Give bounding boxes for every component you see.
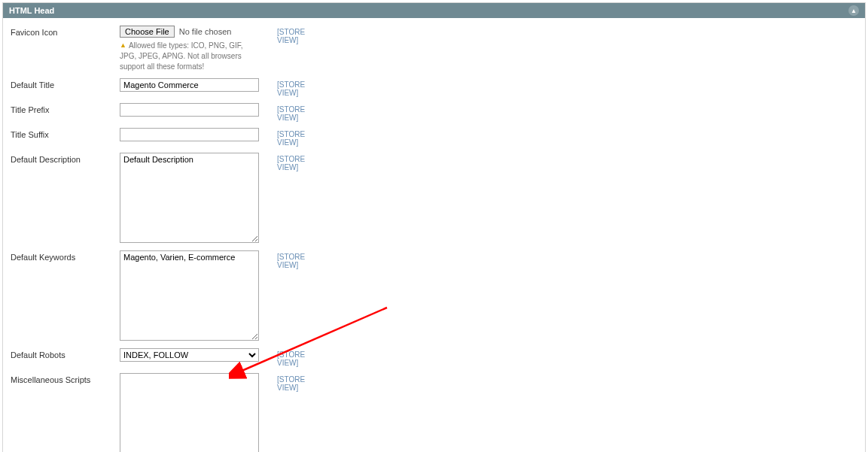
scope-title-prefix: [STORE VIEW]: [266, 103, 327, 122]
label-title-prefix: Title Prefix: [11, 103, 120, 114]
scope-default-robots: [STORE VIEW]: [266, 348, 327, 367]
misc-scripts-textarea[interactable]: [120, 373, 259, 452]
default-robots-select[interactable]: INDEX, FOLLOW: [120, 348, 259, 362]
scope-misc-scripts: [STORE VIEW]: [266, 373, 327, 392]
default-keywords-textarea[interactable]: [120, 250, 259, 341]
row-default-title: Default Title [STORE VIEW]: [11, 78, 857, 97]
html-head-panel: HTML Head ▲ Favicon Icon Choose File No …: [2, 2, 866, 452]
default-title-input[interactable]: [120, 78, 259, 92]
choose-file-button[interactable]: Choose File: [120, 26, 175, 38]
scope-default-description: [STORE VIEW]: [266, 153, 327, 171]
row-default-description: Default Description [STORE VIEW]: [11, 153, 857, 244]
title-suffix-input[interactable]: [120, 128, 259, 141]
label-default-keywords: Default Keywords: [11, 250, 120, 262]
favicon-hint: ▲Allowed file types: ICO, PNG, GIF, JPG,…: [120, 41, 259, 72]
scope-favicon: [STORE VIEW]: [266, 26, 327, 44]
row-default-keywords: Default Keywords [STORE VIEW]: [11, 250, 857, 342]
label-title-suffix: Title Suffix: [11, 128, 120, 139]
row-default-robots: Default Robots INDEX, FOLLOW [STORE VIEW…: [11, 348, 857, 367]
default-description-textarea[interactable]: [120, 153, 259, 243]
label-favicon: Favicon Icon: [11, 26, 120, 37]
row-title-suffix: Title Suffix [STORE VIEW]: [11, 128, 857, 147]
label-misc-scripts: Miscellaneous Scripts: [11, 373, 120, 384]
scope-title-suffix: [STORE VIEW]: [266, 128, 327, 147]
row-title-prefix: Title Prefix [STORE VIEW]: [11, 103, 857, 122]
row-favicon: Favicon Icon Choose File No file chosen …: [11, 26, 857, 72]
row-misc-scripts: Miscellaneous Scripts ▲This will be incl…: [11, 373, 857, 452]
panel-header: HTML Head ▲: [3, 3, 865, 18]
scope-default-title: [STORE VIEW]: [266, 78, 327, 97]
label-default-robots: Default Robots: [11, 348, 120, 359]
label-default-title: Default Title: [11, 78, 120, 89]
panel-title: HTML Head: [9, 6, 54, 15]
title-prefix-input[interactable]: [120, 103, 259, 117]
file-status: No file chosen: [179, 27, 232, 36]
collapse-icon[interactable]: ▲: [848, 5, 859, 16]
scope-default-keywords: [STORE VIEW]: [266, 250, 327, 269]
panel-body: Favicon Icon Choose File No file chosen …: [3, 18, 865, 452]
hint-bullet-icon: ▲: [120, 41, 126, 49]
label-default-description: Default Description: [11, 153, 120, 164]
